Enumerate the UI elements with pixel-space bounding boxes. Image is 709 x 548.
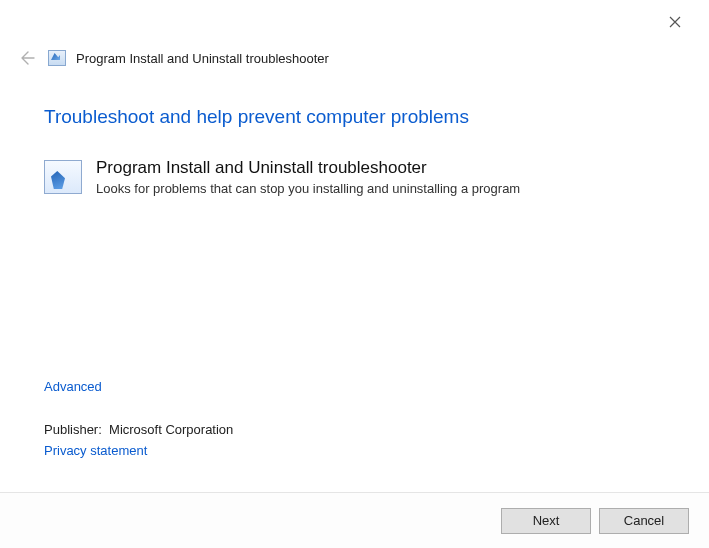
back-arrow-icon <box>17 49 35 67</box>
header-row: Program Install and Uninstall troublesho… <box>0 40 709 70</box>
lower-section: Advanced Publisher: Microsoft Corporatio… <box>44 379 544 458</box>
troubleshooter-description: Looks for problems that can stop you ins… <box>96 181 520 196</box>
main-heading: Troubleshoot and help prevent computer p… <box>44 106 653 128</box>
back-button <box>14 46 38 70</box>
publisher-row: Publisher: Microsoft Corporation <box>44 422 544 437</box>
next-button[interactable]: Next <box>501 508 591 534</box>
content-area: Troubleshoot and help prevent computer p… <box>0 70 709 196</box>
footer-bar: Next Cancel <box>0 492 709 548</box>
cancel-button[interactable]: Cancel <box>599 508 689 534</box>
troubleshooter-item: Program Install and Uninstall troublesho… <box>44 158 653 196</box>
title-bar <box>0 0 709 40</box>
close-button[interactable] <box>655 8 695 36</box>
troubleshooter-title: Program Install and Uninstall troublesho… <box>96 158 520 178</box>
advanced-link[interactable]: Advanced <box>44 379 102 394</box>
troubleshooter-icon <box>44 160 82 194</box>
close-icon <box>669 16 681 28</box>
privacy-link[interactable]: Privacy statement <box>44 443 147 458</box>
window-title: Program Install and Uninstall troublesho… <box>76 51 329 66</box>
publisher-label: Publisher: <box>44 422 102 437</box>
troubleshooter-header-icon <box>48 50 66 66</box>
publisher-value: Microsoft Corporation <box>109 422 233 437</box>
